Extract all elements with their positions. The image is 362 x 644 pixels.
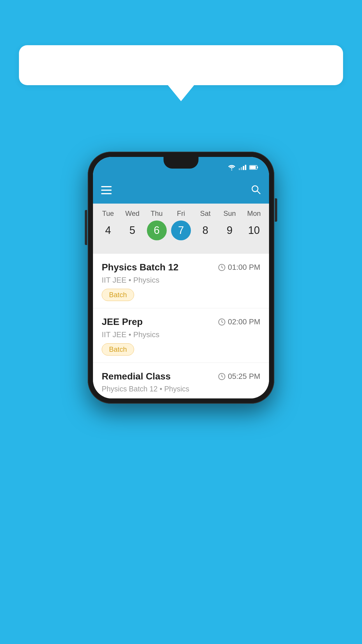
battery-icon (249, 165, 259, 170)
status-bar (93, 157, 269, 178)
calendar-day[interactable]: Mon10 (242, 209, 265, 240)
calendar-day[interactable]: Wed5 (121, 209, 144, 240)
search-button[interactable] (251, 185, 261, 197)
svg-rect-6 (101, 193, 112, 194)
days-row: Tue4Wed5Thu6Fri7Sat8Sun9Mon10 (93, 209, 269, 240)
hamburger-menu-button[interactable] (101, 186, 112, 196)
schedule-item-header: Physics Batch 12 01:00 PM (102, 262, 260, 273)
signal-icon (239, 165, 246, 170)
day-name: Tue (102, 209, 114, 218)
schedule-list: Physics Batch 12 01:00 PM IIT JEE • Phys… (93, 254, 269, 398)
svg-point-0 (231, 169, 232, 171)
calendar-day[interactable]: Fri7 (170, 209, 192, 240)
day-name: Sun (223, 209, 236, 218)
phone-outer-shell: Tue4Wed5Thu6Fri7Sat8Sun9Mon10 Physics Ba… (88, 152, 274, 404)
schedule-item-subtitle: IIT JEE • Physics (102, 276, 260, 285)
wifi-icon (228, 164, 236, 171)
svg-point-7 (252, 186, 258, 192)
calendar-day[interactable]: Tue4 (97, 209, 120, 240)
day-number[interactable]: 4 (98, 220, 118, 240)
app-header (93, 178, 269, 204)
schedule-item-header: Remedial Class 05:25 PM (102, 371, 260, 382)
clock-icon (218, 264, 226, 271)
speech-bubble-card (19, 45, 343, 85)
day-number[interactable]: 8 (195, 220, 215, 240)
phone-mockup: Tue4Wed5Thu6Fri7Sat8Sun9Mon10 Physics Ba… (88, 152, 274, 404)
schedule-item[interactable]: Physics Batch 12 01:00 PM IIT JEE • Phys… (93, 254, 269, 308)
day-name: Mon (247, 209, 261, 218)
schedule-item-header: JEE Prep 02:00 PM (102, 316, 260, 327)
day-number[interactable]: 5 (122, 220, 142, 240)
schedule-item[interactable]: JEE Prep 02:00 PM IIT JEE • Physics Batc… (93, 308, 269, 363)
clock-icon (218, 373, 226, 380)
svg-line-8 (257, 191, 260, 194)
schedule-item-title: JEE Prep (102, 316, 143, 327)
batch-badge: Batch (102, 343, 134, 356)
clock-icon (218, 318, 226, 326)
day-name: Fri (177, 209, 185, 218)
schedule-item-time: 05:25 PM (218, 372, 260, 381)
schedule-item[interactable]: Remedial Class 05:25 PM Physics Batch 12… (93, 363, 269, 398)
day-name: Wed (125, 209, 140, 218)
day-number[interactable]: 10 (244, 220, 264, 240)
schedule-item-time: 02:00 PM (218, 317, 260, 326)
day-name: Sat (200, 209, 210, 218)
status-icons (228, 164, 259, 171)
phone-screen: Tue4Wed5Thu6Fri7Sat8Sun9Mon10 Physics Ba… (93, 157, 269, 398)
day-number[interactable]: 6 (147, 220, 167, 240)
svg-rect-4 (101, 186, 112, 187)
calendar-day[interactable]: Thu6 (145, 209, 168, 240)
speech-bubble-section (19, 45, 343, 101)
schedule-item-subtitle: Physics Batch 12 • Physics (102, 385, 260, 393)
day-name: Thu (151, 209, 163, 218)
svg-rect-2 (257, 167, 258, 168)
calendar-day[interactable]: Sat8 (194, 209, 217, 240)
day-number[interactable]: 9 (220, 220, 240, 240)
bubble-arrow (168, 85, 194, 101)
calendar-day[interactable]: Sun9 (218, 209, 241, 240)
schedule-item-time: 01:00 PM (218, 263, 260, 272)
day-number[interactable]: 7 (171, 220, 191, 240)
batch-badge: Batch (102, 289, 134, 301)
svg-rect-5 (101, 190, 112, 191)
schedule-item-title: Physics Batch 12 (102, 262, 178, 273)
svg-rect-3 (250, 166, 256, 169)
selected-date-label (93, 244, 269, 254)
schedule-item-title: Remedial Class (102, 371, 171, 382)
schedule-item-subtitle: IIT JEE • Physics (102, 330, 260, 339)
calendar-strip: Tue4Wed5Thu6Fri7Sat8Sun9Mon10 (93, 204, 269, 254)
